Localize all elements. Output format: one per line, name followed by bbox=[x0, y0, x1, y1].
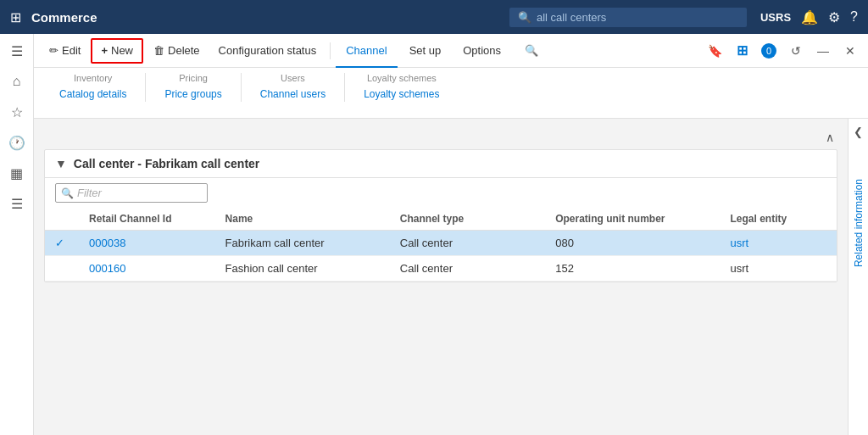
sidebar-favorites-icon[interactable]: ☆ bbox=[2, 98, 32, 125]
top-navbar: ⊞ Commerce 🔍 USRS 🔔 ⚙ ? bbox=[0, 0, 868, 34]
new-button[interactable]: + New bbox=[91, 38, 143, 64]
toolbar: ✏ Edit + New 🗑 Delete Configuration stat… bbox=[34, 34, 868, 68]
table-header-row: Retail Channel Id Name Channel type Oper… bbox=[45, 208, 837, 231]
options-tab[interactable]: Options bbox=[453, 34, 511, 68]
grid-icon[interactable]: ⊞ bbox=[10, 9, 21, 25]
inventory-label: Inventory bbox=[74, 73, 112, 83]
row-retail-id-0[interactable]: 000038 bbox=[79, 231, 214, 256]
config-status-button[interactable]: Configuration status bbox=[210, 38, 326, 64]
inventory-group: Inventory Catalog details bbox=[41, 73, 146, 102]
col-header-retail-id: Retail Channel Id bbox=[79, 208, 214, 231]
topnav-icons: USRS 🔔 ⚙ ? bbox=[760, 9, 858, 25]
sidebar-menu-icon[interactable]: ☰ bbox=[2, 37, 32, 64]
row-retail-id-1[interactable]: 000160 bbox=[79, 256, 214, 282]
close-icon[interactable]: ✕ bbox=[839, 40, 861, 62]
users-group: Users Channel users bbox=[242, 73, 345, 102]
row-operating-unit-1: 152 bbox=[545, 256, 720, 282]
table-row[interactable]: 000160 Fashion call center Call center 1… bbox=[45, 256, 837, 282]
sub-toolbar: Inventory Catalog details Pricing Price … bbox=[34, 68, 868, 119]
toolbar-right-icons: 🔖 ⊞ 0 ↺ — ✕ bbox=[704, 40, 861, 62]
help-icon[interactable]: ? bbox=[850, 9, 858, 25]
related-information-label[interactable]: Related information bbox=[853, 172, 865, 274]
delete-icon: 🗑 bbox=[153, 44, 164, 57]
pricing-group: Pricing Price groups bbox=[146, 73, 241, 102]
pricing-label: Pricing bbox=[179, 73, 208, 83]
filter-input[interactable] bbox=[77, 187, 202, 199]
minimize-icon[interactable]: — bbox=[812, 40, 834, 62]
col-header-check bbox=[45, 208, 79, 231]
toolbar-separator bbox=[330, 42, 331, 59]
content-area: ∧ ▼ Call center - Fabrikam call center 🔍 bbox=[34, 119, 868, 435]
edit-icon: ✏ bbox=[49, 44, 58, 57]
filter-search-icon: 🔍 bbox=[61, 187, 74, 199]
inventory-items: Catalog details bbox=[54, 86, 131, 102]
price-groups-item[interactable]: Price groups bbox=[159, 86, 226, 102]
channel-users-label: Channel users bbox=[260, 88, 326, 100]
search-input[interactable] bbox=[537, 11, 738, 24]
delete-button[interactable]: 🗑 Delete bbox=[145, 38, 209, 64]
filter-search-container: 🔍 bbox=[55, 183, 208, 203]
right-panel: ❮ Related information bbox=[848, 119, 868, 435]
plus-icon: + bbox=[101, 44, 108, 57]
user-label: USRS bbox=[760, 11, 791, 24]
row-name-1: Fashion call center bbox=[215, 256, 390, 282]
sidebar-home-icon[interactable]: ⌂ bbox=[2, 68, 32, 95]
left-sidebar: ☰ ⌂ ☆ 🕐 ▦ ☰ bbox=[0, 34, 34, 435]
list-container: ▼ Call center - Fabrikam call center 🔍 bbox=[44, 149, 837, 282]
catalog-details-item[interactable]: Catalog details bbox=[54, 86, 131, 102]
refresh-icon[interactable]: ↺ bbox=[785, 40, 807, 62]
app-layout: ☰ ⌂ ☆ 🕐 ▦ ☰ ✏ Edit + New 🗑 Delete Config… bbox=[0, 34, 868, 435]
row-check-0: ✓ bbox=[45, 231, 79, 256]
users-label: Users bbox=[281, 73, 305, 83]
pricing-items: Price groups bbox=[159, 86, 226, 102]
col-header-channel-type: Channel type bbox=[390, 208, 545, 231]
windows-icon[interactable]: ⊞ bbox=[731, 40, 753, 62]
table-row[interactable]: ✓ 000038 Fabrikam call center Call cente… bbox=[45, 231, 837, 256]
bell-icon[interactable]: 🔔 bbox=[801, 9, 818, 25]
channel-users-item[interactable]: Channel users bbox=[255, 86, 331, 102]
catalog-details-label: Catalog details bbox=[59, 88, 126, 100]
sidebar-workspaces-icon[interactable]: ▦ bbox=[2, 159, 32, 187]
toolbar-search-button[interactable]: 🔍 bbox=[516, 38, 547, 64]
app-title: Commerce bbox=[31, 10, 509, 25]
loyalty-group: Loyalty schemes Loyalty schemes bbox=[345, 73, 458, 102]
bookmark-icon[interactable]: 🔖 bbox=[704, 40, 726, 62]
row-name-0: Fabrikam call center bbox=[215, 231, 390, 256]
col-header-legal-entity: Legal entity bbox=[720, 208, 837, 231]
filter-icon[interactable]: ▼ bbox=[55, 157, 67, 170]
col-header-operating-unit: Operating unit number bbox=[545, 208, 720, 231]
row-channel-type-0: Call center bbox=[390, 231, 545, 256]
toolbar-search-icon: 🔍 bbox=[525, 44, 538, 57]
loyalty-schemes-label: Loyalty schemes bbox=[364, 88, 439, 100]
right-panel-collapse-arrow[interactable]: ❮ bbox=[854, 125, 863, 138]
row-operating-unit-0: 080 bbox=[545, 231, 720, 256]
list-header: ▼ Call center - Fabrikam call center bbox=[45, 150, 837, 178]
sidebar-recent-icon[interactable]: 🕐 bbox=[2, 129, 32, 156]
col-header-name: Name bbox=[215, 208, 390, 231]
global-search[interactable]: 🔍 bbox=[509, 8, 747, 27]
users-items: Channel users bbox=[255, 86, 331, 102]
sidebar-modules-icon[interactable]: ☰ bbox=[2, 190, 32, 217]
loyalty-schemes-item[interactable]: Loyalty schemes bbox=[359, 86, 444, 102]
search-icon: 🔍 bbox=[518, 11, 531, 24]
main-panel: ∧ ▼ Call center - Fabrikam call center 🔍 bbox=[34, 119, 848, 435]
row-legal-entity-1: usrt bbox=[720, 256, 837, 282]
gear-icon[interactable]: ⚙ bbox=[828, 9, 840, 25]
main-content: ✏ Edit + New 🗑 Delete Configuration stat… bbox=[34, 34, 868, 435]
collapse-button[interactable]: ∧ bbox=[822, 129, 837, 146]
loyalty-label: Loyalty schemes bbox=[367, 73, 437, 83]
loyalty-items: Loyalty schemes bbox=[359, 86, 444, 102]
setup-tab[interactable]: Set up bbox=[399, 34, 452, 68]
price-groups-label: Price groups bbox=[164, 88, 221, 100]
channel-tab[interactable]: Channel bbox=[336, 34, 397, 68]
row-check-1 bbox=[45, 256, 79, 282]
row-channel-type-1: Call center bbox=[390, 256, 545, 282]
data-table: Retail Channel Id Name Channel type Oper… bbox=[45, 208, 837, 282]
row-legal-entity-0: usrt bbox=[720, 231, 837, 256]
edit-button[interactable]: ✏ Edit bbox=[41, 38, 89, 64]
list-title: Call center - Fabrikam call center bbox=[74, 157, 259, 170]
notifications-count-icon[interactable]: 0 bbox=[758, 40, 780, 62]
